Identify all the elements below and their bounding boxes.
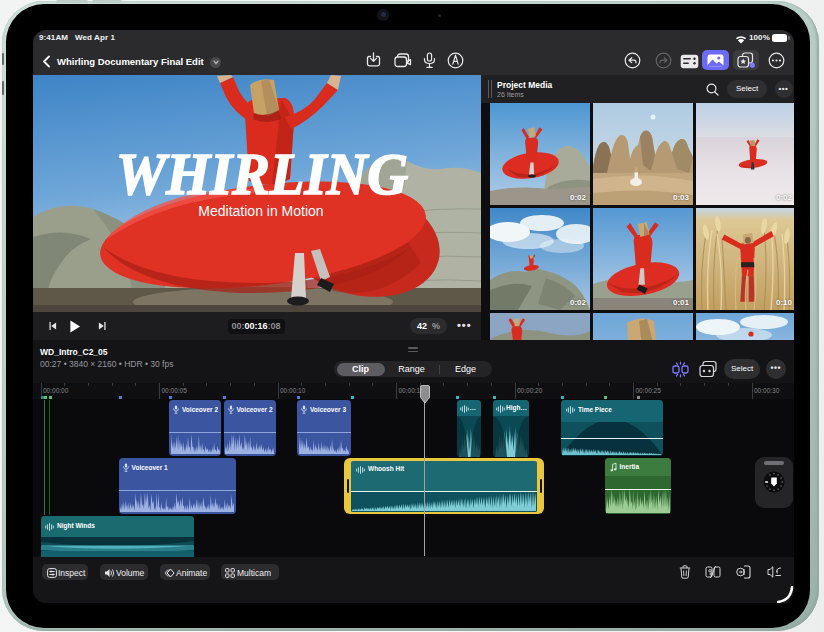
svg-text:WHIRLING: WHIRLING (116, 141, 408, 207)
svg-text:Meditation in Motion: Meditation in Motion (198, 203, 323, 219)
